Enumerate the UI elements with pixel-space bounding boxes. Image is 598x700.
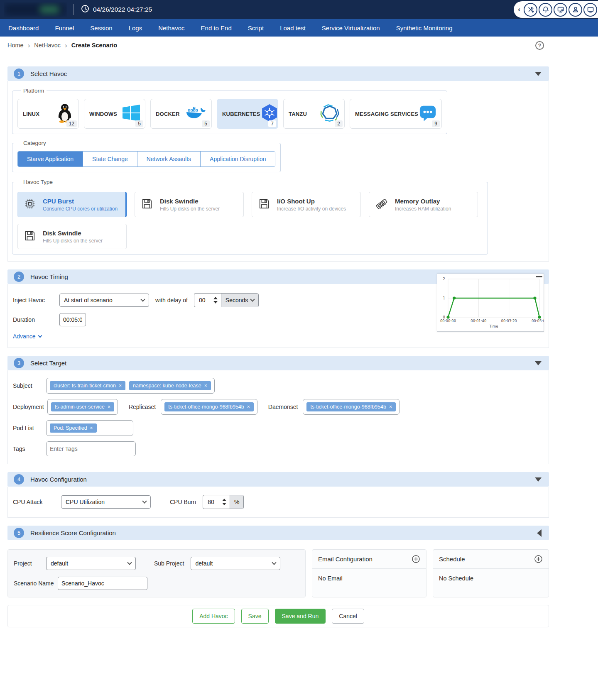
duration-input[interactable] [59,313,86,326]
resilience-score-header[interactable]: 5 Resilience Score Configuration [7,526,549,540]
clock-icon [81,5,89,15]
step-number-badge: 3 [14,358,24,368]
email-configuration-panel: Email Configuration No Email [312,549,426,597]
notifications-bell-icon[interactable] [539,3,552,17]
expand-caret-icon[interactable] [537,529,542,537]
platform-card-tanzu[interactable]: TANZU 2 [283,99,345,129]
tray-collapse-icon[interactable]: ‹ [518,5,520,14]
replicaset-chip-container[interactable]: ts-ticket-office-mongo-968fb954b × [161,399,257,415]
select-havoc-body: Platform LINUX 12 WINDOWS 5 [7,81,549,262]
chip-remove-icon[interactable]: × [119,383,122,388]
nav-item-funnel[interactable]: Funnel [55,24,74,32]
svg-text:2: 2 [443,277,445,281]
section-title: Resilience Score Configuration [30,529,116,536]
add-email-icon[interactable] [412,555,420,563]
save-button[interactable]: Save [241,609,269,624]
platform-card-linux[interactable]: LINUX 12 [17,99,79,129]
platform-card-docker[interactable]: DOCKER 5 [150,99,212,129]
project-select[interactable]: default [46,557,136,570]
platform-card-kubernetes[interactable]: KUBERNETES 7 [217,99,278,129]
daemonset-chip[interactable]: ts-ticket-office-mongo-968fb954b × [306,402,396,411]
select-target-header[interactable]: 3 Select Target [7,356,549,370]
stepper-arrows-icon[interactable] [219,495,230,509]
cancel-button[interactable]: Cancel [332,609,364,624]
section-title: Select Target [30,360,66,367]
section-title: Select Havoc [30,70,67,77]
nav-item-script[interactable]: Script [248,24,264,32]
havoc-configuration-header[interactable]: 4 Havoc Configuration [7,472,549,487]
chip-remove-icon[interactable]: × [204,383,207,388]
chip-remove-icon[interactable]: × [90,426,93,431]
category-fieldset: Category Starve Application State Change… [12,140,281,172]
tools-icon[interactable] [524,3,537,17]
deployment-chip-container[interactable]: ts-admin-user-service × [47,399,118,415]
cpu-config-row: CPU Attack CPU Utilization CPU Burn 80 % [13,495,544,509]
category-legend: Category [21,140,49,146]
platform-card-windows[interactable]: WINDOWS 5 [84,99,145,129]
breadcrumb-home[interactable]: Home [7,42,24,49]
help-icon[interactable]: ? [535,41,544,50]
category-starve-application[interactable]: Starve Application [18,152,83,166]
advance-toggle[interactable]: Advance [13,333,42,340]
subject-chip-container[interactable]: cluster: ts-train-ticket-cmon × namespac… [46,378,215,394]
platform-card-messaging-services[interactable]: MESSAGING SERVICES 9 [350,99,442,129]
cpu-burn-stepper[interactable]: 80 % [203,495,244,509]
select-havoc-header[interactable]: 1 Select Havoc [7,66,549,81]
add-havoc-button[interactable]: Add Havoc [192,609,235,624]
breadcrumb-separator: › [65,42,67,49]
nav-item-dashboard[interactable]: Dashboard [8,24,39,32]
nav-item-service-virtualization[interactable]: Service Virtualization [322,24,380,32]
delay-stepper[interactable]: 00 Seconds [194,293,259,307]
deployment-chip[interactable]: ts-admin-user-service × [51,402,114,411]
stepper-arrows-icon[interactable] [210,294,221,307]
add-schedule-icon[interactable] [534,555,543,563]
save-and-run-button[interactable]: Save and Run [275,609,326,624]
chip-remove-icon[interactable]: × [389,404,392,409]
cpu-attack-label: CPU Attack [13,499,61,505]
delay-unit-select[interactable]: Seconds [221,294,258,307]
pod-list-chip-container[interactable]: Pod: Specified × [46,420,133,436]
nav-item-end-to-end[interactable]: End to End [201,24,232,32]
desktop-alert-icon[interactable] [554,3,567,17]
step-number-badge: 5 [14,528,24,538]
cpu-attack-select[interactable]: CPU Utilization [61,495,151,509]
nav-item-synthetic-monitoring[interactable]: Synthetic Monitoring [396,24,453,32]
havoc-type-disk-swindle-2[interactable]: Disk Swindle Fills Up disks on the serve… [17,224,127,249]
havoc-configuration-body: CPU Attack CPU Utilization CPU Burn 80 % [7,487,549,518]
user-icon[interactable] [569,3,582,17]
minimize-icon[interactable] [536,276,542,277]
collapse-caret-icon[interactable] [535,72,542,76]
nav-item-logs[interactable]: Logs [129,24,142,32]
screen-share-icon[interactable] [583,3,597,17]
collapse-caret-icon[interactable] [535,361,542,365]
havoc-type-disk-swindle[interactable]: Disk Swindle Fills Up disks on the serve… [135,192,244,217]
category-application-disruption[interactable]: Application Disruption [201,152,275,166]
page-content: 1 Select Havoc Platform LINUX 12 WINDOWS [7,66,549,627]
havoc-type-cpu-burst[interactable]: CPU Burst Consume CPU cores or utilizati… [17,192,127,217]
collapse-caret-icon[interactable] [535,477,542,482]
havoc-type-io-shoot-up[interactable]: I/O Shoot Up Increase I/O activity on de… [252,192,361,217]
chip-remove-icon[interactable]: × [108,404,110,409]
nav-item-session[interactable]: Session [90,24,112,32]
pod-list-label: Pod List [13,425,43,431]
replicaset-chip[interactable]: ts-ticket-office-mongo-968fb954b × [164,402,254,411]
chevron-down-icon [38,333,42,338]
subject-chip-cluster[interactable]: cluster: ts-train-ticket-cmon × [50,381,125,390]
subject-chip-namespace[interactable]: namespace: kube-node-lease × [129,381,211,390]
svg-text:00:01:40: 00:01:40 [471,319,486,323]
breadcrumb-nethavoc[interactable]: NetHavoc [34,42,61,49]
nav-item-nethavoc[interactable]: Nethavoc [158,24,184,32]
chip-remove-icon[interactable]: × [247,404,250,409]
scenario-name-input[interactable] [58,577,147,590]
pod-list-chip[interactable]: Pod: Specified × [50,423,97,433]
category-network-assaults[interactable]: Network Assaults [137,152,201,166]
platform-count-badge: 7 [268,120,276,127]
havoc-type-memory-outlay[interactable]: Memory Outlay Increases RAM utilization [369,192,478,217]
daemonset-chip-container[interactable]: ts-ticket-office-mongo-968fb954b × [303,399,399,415]
tags-input[interactable] [46,441,136,456]
category-state-change[interactable]: State Change [83,152,137,166]
sub-project-select[interactable]: default [191,557,280,570]
inject-havoc-select[interactable]: At start of scenario [59,294,149,307]
topbar-divider [73,4,74,15]
nav-item-load-test[interactable]: Load test [280,24,306,32]
